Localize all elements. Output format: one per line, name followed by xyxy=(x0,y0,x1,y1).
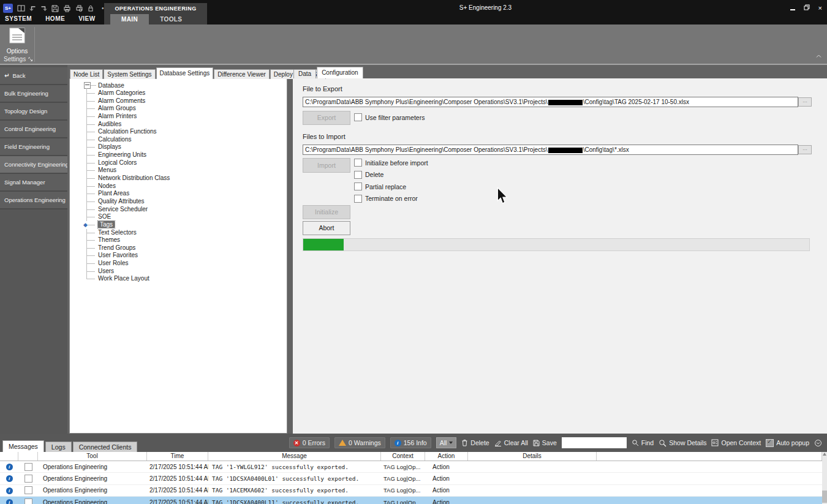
header-tool[interactable]: Tool xyxy=(38,452,147,461)
tree-root[interactable]: Database xyxy=(70,81,287,89)
abort-button[interactable]: Abort xyxy=(303,221,350,235)
bottom-tab[interactable]: Messages xyxy=(2,440,44,452)
workspace-tab[interactable]: Difference Viewer xyxy=(214,69,270,79)
auto-popup-checkbox[interactable] xyxy=(766,439,774,447)
import-option[interactable]: Partial replace xyxy=(354,182,428,190)
import-option-checkbox[interactable] xyxy=(354,159,362,167)
export-button[interactable]: Export xyxy=(303,111,350,125)
import-option[interactable]: Delete xyxy=(354,171,428,179)
print-icon[interactable] xyxy=(63,5,71,12)
detail-tab[interactable]: Data xyxy=(293,69,316,78)
tree-item[interactable]: ◆User Favorites xyxy=(70,252,287,260)
sidebar-item[interactable]: ↵Back xyxy=(0,67,67,85)
tree-item[interactable]: ◆User Roles xyxy=(70,260,287,268)
tree-item[interactable]: ◆Tags xyxy=(70,221,287,229)
vertical-splitter[interactable] xyxy=(288,65,293,434)
header-time[interactable]: Time xyxy=(147,452,208,461)
find-button[interactable]: Find xyxy=(632,439,654,446)
header-context[interactable]: Context xyxy=(381,452,425,461)
save-icon[interactable] xyxy=(51,5,59,12)
import-button[interactable]: Import xyxy=(303,158,350,173)
scroll-up-icon[interactable] xyxy=(823,453,826,456)
detail-tab[interactable]: Configuration xyxy=(317,67,363,78)
filter-dropdown[interactable]: All xyxy=(436,437,457,448)
tree-item[interactable]: ◆SOE xyxy=(70,213,287,221)
tree-item[interactable]: ◆Themes xyxy=(70,236,287,244)
header-details[interactable]: Details xyxy=(468,452,597,461)
show-details-button[interactable]: Show Details xyxy=(659,439,706,447)
redo-icon[interactable] xyxy=(40,6,47,12)
workspace-tab[interactable]: Database Settings xyxy=(156,67,214,79)
tree-item[interactable]: ◆Quality Attributes xyxy=(70,198,287,206)
import-path-input[interactable]: C:\ProgramData\ABB Symphony Plus\Enginee… xyxy=(303,145,798,155)
print-preview-icon[interactable] xyxy=(75,5,83,12)
row-checkbox[interactable] xyxy=(25,475,32,483)
row-checkbox[interactable] xyxy=(25,486,32,494)
ribbon-tab[interactable]: TOOLS xyxy=(149,14,193,24)
sidebar-item[interactable]: ↵Operations Engineering xyxy=(0,192,67,209)
tree-item[interactable]: ◆Logical Colors xyxy=(70,159,287,167)
tree-item[interactable]: ◆Users xyxy=(70,268,287,276)
tree-item[interactable]: ◆Engineering Units xyxy=(70,151,287,159)
tree-item[interactable]: ◆Displays xyxy=(70,143,287,151)
tree-item[interactable]: ◆Plant Areas xyxy=(70,190,287,198)
tree-item[interactable]: ◆Work Place Layout xyxy=(70,275,287,283)
menu-item[interactable]: VIEW xyxy=(78,15,96,22)
options-button[interactable]: Options xyxy=(4,27,31,55)
sidebar-item[interactable]: ↵Field Engineering xyxy=(0,138,67,156)
table-scrollbar[interactable] xyxy=(822,452,827,504)
tree-item[interactable]: ◆Network Distribution Class xyxy=(70,175,287,182)
bottom-tab[interactable]: Logs xyxy=(45,442,72,452)
library-icon[interactable] xyxy=(17,5,25,12)
lock-icon[interactable] xyxy=(88,5,94,12)
tree-item[interactable]: ◆Trend Groups xyxy=(70,244,287,252)
export-browse-button[interactable]: ... xyxy=(798,97,812,107)
workspace-tab[interactable]: Node List xyxy=(70,69,103,79)
header-message[interactable]: Message xyxy=(208,452,381,461)
scrollbar-thumb[interactable] xyxy=(822,491,827,503)
tree-item[interactable]: ◆Alarm Printers xyxy=(70,113,287,121)
app-logo-icon[interactable]: S+ xyxy=(3,4,13,13)
table-row[interactable]: i Operations Engineering 2/17/2025 10:51… xyxy=(0,473,822,484)
errors-filter-button[interactable]: ✕ 0 Errors xyxy=(289,437,330,448)
dialog-launcher-icon[interactable] xyxy=(28,57,33,62)
ribbon-tab[interactable]: MAIN xyxy=(110,14,149,24)
delete-button[interactable]: Delete xyxy=(461,439,489,446)
menu-item[interactable]: HOME xyxy=(45,15,65,22)
sidebar-item[interactable]: ↵Connectivity Engineering xyxy=(0,156,67,174)
tree-item[interactable]: ◆Menus xyxy=(70,167,287,175)
message-filter-input[interactable] xyxy=(562,437,627,448)
initialize-button[interactable]: Initialize xyxy=(303,205,350,219)
tree-item[interactable]: ◆Alarm Categories xyxy=(70,89,287,97)
tree-item[interactable]: ◆Text Selectors xyxy=(70,229,287,237)
table-row[interactable]: i Operations Engineering 2/17/2025 10:51… xyxy=(0,497,822,504)
warnings-filter-button[interactable]: 0 Warnings xyxy=(334,437,385,448)
table-row[interactable]: i Operations Engineering 2/17/2025 10:51… xyxy=(0,485,822,497)
open-context-button[interactable]: Open Context xyxy=(711,439,761,446)
workspace-tab[interactable]: System Settings xyxy=(104,69,155,79)
ribbon-collapse-icon[interactable] xyxy=(816,50,821,61)
clear-all-button[interactable]: Clear All xyxy=(494,439,528,446)
import-option[interactable]: Terminate on error xyxy=(354,195,428,203)
row-checkbox[interactable] xyxy=(25,463,32,471)
collapse-expander-icon[interactable] xyxy=(84,82,91,89)
use-filter-parameters-checkbox[interactable] xyxy=(354,113,362,121)
tree-item[interactable]: ◆Nodes xyxy=(70,182,287,190)
minimize-icon[interactable] xyxy=(790,5,795,11)
menu-item[interactable]: SYSTEM xyxy=(5,15,32,22)
import-option-checkbox[interactable] xyxy=(354,182,362,190)
save-messages-button[interactable]: Save xyxy=(533,439,557,446)
restore-icon[interactable] xyxy=(804,4,810,11)
tree-item[interactable]: ◆Calculation Functions xyxy=(70,128,287,136)
undo-icon[interactable] xyxy=(29,6,36,12)
table-row[interactable]: i Operations Engineering 2/17/2025 10:51… xyxy=(0,461,822,473)
use-filter-parameters-option[interactable]: Use filter parameters xyxy=(354,113,425,121)
tree-item[interactable]: ◆Audibles xyxy=(70,121,287,129)
import-option[interactable]: Initialize before import xyxy=(354,159,428,167)
sidebar-item[interactable]: ↵Bulk Engineering xyxy=(0,85,67,103)
sidebar-item[interactable]: ↵Topology Design xyxy=(0,103,67,121)
popup-toggle-icon[interactable] xyxy=(814,439,822,447)
info-filter-button[interactable]: i 156 Info xyxy=(390,437,431,448)
auto-popup-toggle[interactable]: Auto popup xyxy=(766,439,809,447)
sidebar-item[interactable]: ↵Signal Manager xyxy=(0,174,67,192)
